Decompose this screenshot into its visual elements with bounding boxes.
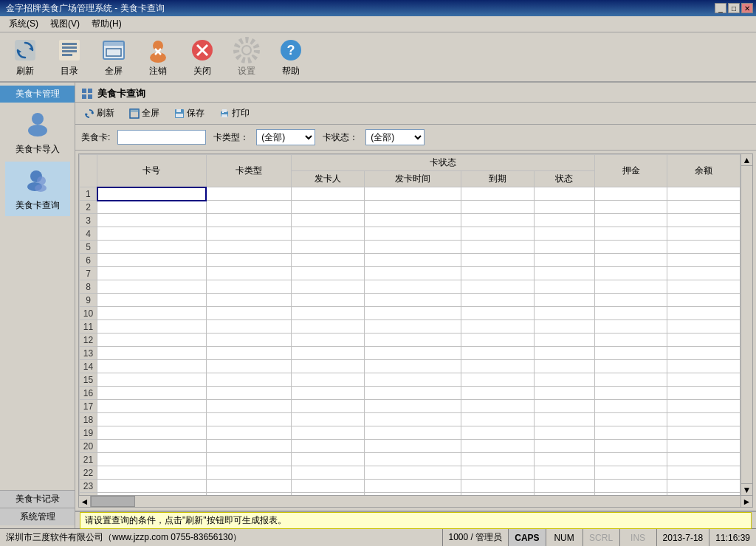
- table-cell[interactable]: [461, 347, 534, 360]
- table-cell[interactable]: [534, 440, 594, 453]
- table-cell[interactable]: [291, 201, 364, 214]
- toolbar-close-button[interactable]: 关闭: [183, 35, 221, 79]
- table-cell[interactable]: [534, 307, 594, 320]
- table-cell[interactable]: [291, 267, 364, 280]
- table-cell[interactable]: [667, 307, 740, 320]
- table-cell[interactable]: [594, 400, 667, 413]
- table-cell[interactable]: [667, 466, 740, 480]
- menu-view[interactable]: 视图(V): [44, 16, 86, 32]
- cell-card-no[interactable]: [97, 241, 207, 254]
- cell-card-no[interactable]: [97, 373, 207, 387]
- cell-card-no[interactable]: [97, 187, 207, 201]
- table-cell[interactable]: [667, 187, 740, 201]
- table-cell[interactable]: [291, 466, 364, 480]
- table-cell[interactable]: [667, 347, 740, 360]
- menu-help[interactable]: 帮助(H): [86, 16, 128, 32]
- table-row[interactable]: 18: [80, 413, 740, 426]
- table-cell[interactable]: [364, 347, 461, 360]
- table-cell[interactable]: [364, 453, 461, 466]
- table-row[interactable]: 21: [80, 453, 740, 466]
- table-cell[interactable]: [534, 187, 594, 201]
- table-cell[interactable]: [594, 426, 667, 440]
- card-search-input[interactable]: [117, 130, 206, 145]
- table-cell[interactable]: [667, 453, 740, 466]
- table-cell[interactable]: [206, 201, 291, 214]
- table-cell[interactable]: [594, 294, 667, 307]
- table-cell[interactable]: [364, 387, 461, 400]
- table-cell[interactable]: [206, 466, 291, 480]
- panel-print-button[interactable]: 打印: [216, 106, 252, 121]
- table-cell[interactable]: [206, 294, 291, 307]
- table-cell[interactable]: [594, 387, 667, 400]
- table-cell[interactable]: [461, 320, 534, 334]
- table-cell[interactable]: [594, 254, 667, 267]
- table-cell[interactable]: [291, 227, 364, 241]
- table-cell[interactable]: [206, 280, 291, 294]
- table-cell[interactable]: [364, 480, 461, 493]
- table-cell[interactable]: [206, 254, 291, 267]
- table-cell[interactable]: [364, 440, 461, 453]
- table-cell[interactable]: [461, 440, 534, 453]
- table-cell[interactable]: [364, 280, 461, 294]
- table-cell[interactable]: [291, 241, 364, 254]
- scroll-thumb-h[interactable]: [91, 496, 135, 507]
- table-cell[interactable]: [364, 413, 461, 426]
- table-cell[interactable]: [461, 387, 534, 400]
- table-cell[interactable]: [594, 307, 667, 320]
- table-cell[interactable]: [291, 426, 364, 440]
- table-cell[interactable]: [206, 360, 291, 373]
- table-cell[interactable]: [667, 440, 740, 453]
- table-cell[interactable]: [461, 360, 534, 373]
- table-cell[interactable]: [364, 360, 461, 373]
- minimize-button[interactable]: _: [715, 3, 726, 13]
- table-cell[interactable]: [534, 201, 594, 214]
- table-cell[interactable]: [206, 387, 291, 400]
- sidebar-records-button[interactable]: 美食卡记录: [0, 490, 75, 508]
- table-cell[interactable]: [364, 400, 461, 413]
- card-type-select[interactable]: (全部): [256, 129, 315, 145]
- table-cell[interactable]: [667, 254, 740, 267]
- cell-card-no[interactable]: [97, 307, 207, 320]
- table-cell[interactable]: [594, 280, 667, 294]
- table-row[interactable]: 22: [80, 466, 740, 480]
- table-cell[interactable]: [206, 334, 291, 347]
- table-cell[interactable]: [364, 241, 461, 254]
- table-row[interactable]: 17: [80, 400, 740, 413]
- table-cell[interactable]: [291, 413, 364, 426]
- table-cell[interactable]: [291, 440, 364, 453]
- table-row[interactable]: 11: [80, 320, 740, 334]
- scroll-left-button[interactable]: ◄: [79, 496, 91, 508]
- table-cell[interactable]: [291, 280, 364, 294]
- table-cell[interactable]: [364, 373, 461, 387]
- table-cell[interactable]: [667, 413, 740, 426]
- table-cell[interactable]: [364, 307, 461, 320]
- table-row[interactable]: 4: [80, 227, 740, 241]
- table-cell[interactable]: [667, 360, 740, 373]
- table-cell[interactable]: [364, 320, 461, 334]
- toolbar-settings-button[interactable]: 设置: [227, 35, 266, 79]
- table-cell[interactable]: [291, 387, 364, 400]
- table-cell[interactable]: [534, 214, 594, 227]
- table-cell[interactable]: [461, 480, 534, 493]
- table-cell[interactable]: [206, 307, 291, 320]
- table-row[interactable]: 13: [80, 347, 740, 360]
- table-cell[interactable]: [291, 400, 364, 413]
- cell-card-no[interactable]: [97, 387, 207, 400]
- cell-card-no[interactable]: [97, 426, 207, 440]
- table-cell[interactable]: [364, 201, 461, 214]
- table-cell[interactable]: [534, 400, 594, 413]
- table-cell[interactable]: [206, 480, 291, 493]
- table-cell[interactable]: [291, 334, 364, 347]
- table-cell[interactable]: [206, 453, 291, 466]
- table-cell[interactable]: [461, 413, 534, 426]
- sidebar-item-query[interactable]: 美食卡查询: [5, 162, 70, 216]
- table-row[interactable]: 3: [80, 214, 740, 227]
- cell-card-no[interactable]: [97, 480, 207, 493]
- table-cell[interactable]: [594, 440, 667, 453]
- cell-card-no[interactable]: [97, 400, 207, 413]
- table-cell[interactable]: [364, 426, 461, 440]
- table-cell[interactable]: [534, 453, 594, 466]
- table-cell[interactable]: [206, 426, 291, 440]
- table-cell[interactable]: [534, 387, 594, 400]
- table-cell[interactable]: [594, 334, 667, 347]
